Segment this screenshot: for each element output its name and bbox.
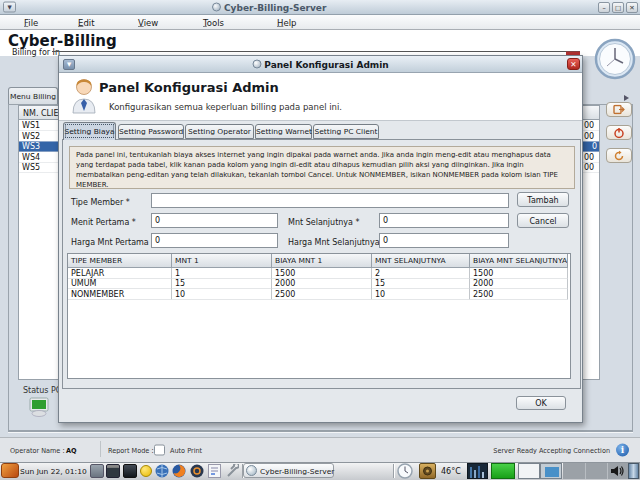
tray-clock-icon[interactable] (397, 463, 413, 480)
tray-klipper-icon[interactable] (628, 463, 639, 479)
col-mnt-selanjutnya[interactable]: MNT SELANJUTNYA (372, 254, 470, 268)
menit-pertama-input[interactable]: 0 (151, 213, 278, 228)
restart-icon (614, 151, 625, 162)
col-biaya-mnt-selanjutnya[interactable]: BIAYA MNT SELANJUTNYA (470, 254, 568, 268)
cell[interactable]: 1500 (470, 268, 568, 279)
tab-setting-biaya[interactable]: Setting Biaya (63, 122, 116, 140)
window-title: Cyber-Billing-Server (224, 2, 326, 13)
banner-line (52, 51, 580, 52)
report-mode-label: Report Mode : (108, 447, 154, 455)
status-pc-label: Status PC (23, 385, 61, 395)
launcher-package-icon[interactable] (106, 464, 120, 478)
mnt-selanjutnya-input[interactable]: 0 (379, 213, 509, 228)
menu-bar (0, 15, 640, 30)
launcher-terminal-icon[interactable] (123, 464, 137, 478)
tambah-button[interactable]: Tambah (517, 192, 569, 207)
cell[interactable]: PELAJAR (68, 268, 172, 279)
biaya-table: TIPE MEMBER MNT 1 BIAYA MNT 1 MNT SELANJ… (67, 253, 571, 379)
logout-button[interactable] (606, 102, 632, 117)
col-mnt-1[interactable]: MNT 1 (172, 254, 272, 268)
temperature-text: 46°C (441, 467, 461, 477)
dialog-window-menu-button[interactable]: ▼ (63, 59, 75, 70)
dialog-header: Panel Konfigurasi Admin Konfigurasikan s… (59, 73, 582, 121)
cell[interactable]: 10 (172, 289, 272, 300)
cell[interactable]: 2500 (272, 289, 372, 300)
launcher-globe-icon[interactable] (155, 464, 169, 480)
window-icon (212, 3, 221, 12)
cell[interactable]: 1500 (272, 268, 372, 279)
desktop: Cyber-Billing-Server ▼ – □ ✕ File Edit V… (0, 0, 640, 480)
pager-desktop-2[interactable] (540, 463, 562, 479)
launcher-smiley-icon[interactable] (140, 465, 152, 477)
client-value-4: 00 (584, 152, 594, 162)
pager-window-rect (545, 467, 559, 477)
menit-pertama-label: Menit Pertama * (71, 217, 136, 227)
cell[interactable]: NONMEMBER (68, 289, 172, 300)
auto-print-checkbox[interactable] (154, 445, 165, 456)
col-tipe-member[interactable]: TIPE MEMBER (68, 254, 172, 268)
pc-monitor-icon (28, 397, 50, 419)
launcher-media-icon[interactable] (190, 464, 204, 480)
volume-icon[interactable] (610, 464, 625, 480)
taskbar-app-button[interactable]: Cyber-Billing-Server (243, 463, 334, 478)
dialog-close-button[interactable]: ✕ (567, 58, 580, 70)
auto-print-label: Auto Print (170, 447, 202, 455)
clock-icon (594, 38, 636, 82)
harga-mnt-pertama-label: Harga Mnt Pertama * (71, 237, 155, 247)
start-menu-icon[interactable] (1, 463, 19, 478)
client-value-5: 00 (584, 163, 594, 173)
menu-tools[interactable]: Tools (203, 18, 224, 28)
launcher-display-icon[interactable] (90, 464, 104, 478)
admin-avatar-icon (71, 77, 97, 117)
launcher-firefox-icon[interactable] (172, 464, 186, 480)
window-menu-button[interactable]: ▼ (3, 2, 16, 13)
tab-setting-password[interactable]: Setting Password (118, 124, 184, 139)
col-biaya-mnt-1[interactable]: BIAYA MNT 1 (272, 254, 372, 268)
cell[interactable]: 15 (372, 279, 470, 290)
harga-mnt-selanjutnya-input[interactable]: 0 (379, 233, 509, 248)
close-button[interactable]: ✕ (626, 2, 638, 13)
ok-button[interactable]: OK (516, 396, 566, 410)
cell[interactable]: 2000 (470, 279, 568, 290)
tab-setting-pc-client[interactable]: Setting PC Client (313, 124, 379, 139)
tray-monitor-graph-icon[interactable] (467, 463, 488, 479)
cell[interactable]: 2 (372, 268, 470, 279)
tray-cell-sep-2 (607, 463, 608, 479)
menu-view[interactable]: View (138, 18, 158, 28)
cell[interactable]: 2000 (272, 279, 372, 290)
tab-setting-operator[interactable]: Setting Operator (185, 124, 254, 139)
operator-name-value: AQ (66, 447, 77, 455)
cell[interactable]: 2500 (470, 289, 568, 300)
launcher-tool-icon[interactable] (225, 464, 239, 480)
tray-amp-icon[interactable] (419, 463, 436, 479)
launcher-document-icon[interactable] (208, 464, 221, 478)
tray-green-meter-icon[interactable] (491, 463, 515, 479)
taskbar-date[interactable]: Sun Jun 22, 01:10 (20, 467, 87, 476)
menu-file[interactable]: File (24, 18, 38, 28)
maximize-button[interactable]: □ (612, 2, 624, 13)
cell[interactable]: 1 (172, 268, 272, 279)
cell[interactable]: 10 (372, 289, 470, 300)
tipe-member-input[interactable] (151, 193, 509, 208)
tab-setting-warnet[interactable]: Setting Warnet (255, 124, 312, 139)
menu-edit[interactable]: Edit (78, 18, 94, 28)
tab-menu-billing[interactable]: Menu Billing (8, 87, 58, 105)
info-panel: Pada panel ini, tentukanlah biaya akses … (69, 146, 575, 189)
menu-help[interactable]: Help (277, 18, 296, 28)
panel-scroll-arrow-icon[interactable] (624, 95, 629, 101)
tray-cell-sep-1 (585, 463, 586, 479)
client-value-3: 0 (592, 142, 597, 152)
harga-mnt-selanjutnya-label: Harga Mnt Selanjutnya * (288, 237, 386, 247)
cancel-button[interactable]: Cancel (517, 213, 569, 228)
statusbar-separator (100, 441, 101, 457)
info-icon[interactable]: i (616, 444, 629, 457)
minimize-button[interactable]: – (598, 2, 610, 13)
pager-desktop-1[interactable] (518, 463, 540, 479)
cell[interactable]: 15 (172, 279, 272, 290)
cell[interactable]: UMUM (68, 279, 172, 290)
harga-mnt-pertama-input[interactable]: 0 (151, 233, 278, 248)
mnt-selanjutnya-label: Mnt Selanjutnya * (288, 217, 360, 227)
dialog-title-icon (252, 60, 261, 69)
power-button[interactable] (606, 125, 632, 140)
restart-button[interactable] (606, 148, 632, 163)
